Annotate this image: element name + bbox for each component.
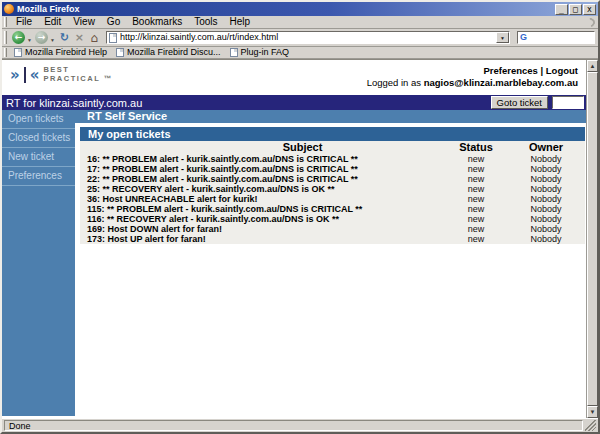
table-row: 17: ** PROBLEM alert - kurik.saintly.com… bbox=[80, 164, 585, 174]
menu-go[interactable]: Go bbox=[101, 16, 126, 28]
page-header: » « BEST PRACTICAL ™ Preferences | Logou… bbox=[2, 60, 586, 95]
ticket-owner: Nobody bbox=[507, 234, 585, 244]
google-search-icon: G bbox=[520, 32, 527, 43]
home-button-icon[interactable]: ⌂ bbox=[88, 31, 101, 45]
maximize-button[interactable]: □ bbox=[569, 4, 582, 15]
url-text[interactable]: http://klinzai.saintly.com.au/rt/index.h… bbox=[120, 32, 496, 43]
table-row: 173: Host UP alert for faran! new Nobody bbox=[80, 234, 585, 244]
page-icon bbox=[109, 33, 117, 43]
bookmark-icon bbox=[14, 48, 22, 57]
toolbar-grippy[interactable] bbox=[4, 31, 7, 45]
back-button-icon[interactable]: ← bbox=[12, 31, 25, 44]
url-dropdown-icon[interactable]: ▼ bbox=[496, 32, 509, 43]
ticket-subject-link[interactable]: 25: ** RECOVERY alert - kurik.saintly.co… bbox=[80, 184, 445, 194]
scroll-down-icon[interactable]: ▼ bbox=[587, 406, 598, 418]
table-row: 115: ** PROBLEM alert - kurik.saintly.co… bbox=[80, 204, 585, 214]
ticket-owner: Nobody bbox=[507, 174, 585, 184]
status-text: Done bbox=[4, 420, 583, 431]
toolbar-grippy[interactable] bbox=[4, 48, 7, 57]
sidebar: Open tickets Closed tickets New ticket P… bbox=[2, 110, 75, 416]
ticket-status: new bbox=[445, 164, 507, 174]
menu-view[interactable]: View bbox=[67, 16, 101, 28]
menu-edit[interactable]: Edit bbox=[38, 16, 67, 28]
preferences-link[interactable]: Preferences bbox=[483, 65, 537, 76]
logo-chevron-left-icon: » bbox=[10, 67, 20, 83]
table-row: 22: ** PROBLEM alert - kurik.saintly.com… bbox=[80, 174, 585, 184]
forward-button-icon[interactable]: → bbox=[35, 31, 48, 44]
menu-tools[interactable]: Tools bbox=[188, 16, 223, 28]
url-bar[interactable]: http://klinzai.saintly.com.au/rt/index.h… bbox=[106, 31, 510, 44]
logo-line2: PRACTICAL ™ bbox=[43, 74, 112, 83]
navigation-toolbar: ← ▼ → ▼ ↻ × ⌂ http://klinzai.saintly.com… bbox=[2, 29, 598, 47]
back-dropdown-icon[interactable]: ▼ bbox=[27, 37, 32, 43]
sidebar-item-new-ticket[interactable]: New ticket bbox=[2, 148, 75, 167]
goto-ticket-input[interactable] bbox=[552, 96, 584, 109]
ticket-status: new bbox=[445, 154, 507, 164]
sidebar-item-closed-tickets[interactable]: Closed tickets bbox=[2, 129, 75, 148]
status-bar: Done bbox=[2, 418, 598, 432]
ticket-status: new bbox=[445, 184, 507, 194]
main-area: RT Self Service My open tickets Subject … bbox=[75, 110, 586, 418]
ticket-owner: Nobody bbox=[507, 224, 585, 234]
minimize-button[interactable]: _ bbox=[555, 4, 568, 15]
bookmark-item[interactable]: Mozilla Firebird Discu... bbox=[114, 47, 226, 58]
rt-page: » « BEST PRACTICAL ™ Preferences | Logou… bbox=[2, 60, 586, 418]
logo-chevron-right-icon: « bbox=[30, 67, 40, 83]
sidebar-item-preferences[interactable]: Preferences bbox=[2, 167, 75, 186]
sidebar-item-open-tickets[interactable]: Open tickets bbox=[2, 110, 75, 129]
goto-ticket-button[interactable]: Goto ticket bbox=[491, 96, 548, 109]
activity-throbber-icon bbox=[584, 16, 597, 29]
page-title: RT Self Service bbox=[75, 110, 586, 123]
logout-link[interactable]: Logout bbox=[546, 65, 578, 76]
account-links: Preferences | Logout bbox=[367, 65, 578, 77]
menu-file[interactable]: File bbox=[10, 16, 38, 28]
ticket-subject-link[interactable]: 115: ** PROBLEM alert - kurik.saintly.co… bbox=[80, 204, 445, 214]
ticket-status: new bbox=[445, 214, 507, 224]
browser-window: Mozilla Firefox _ □ x File Edit View Go … bbox=[0, 0, 600, 434]
ticket-status: new bbox=[445, 204, 507, 214]
rt-title: RT for klinzai.saintly.com.au bbox=[6, 96, 491, 110]
ticket-status: new bbox=[445, 234, 507, 244]
browser-content: » « BEST PRACTICAL ™ Preferences | Logou… bbox=[2, 59, 598, 418]
firefox-icon bbox=[4, 4, 14, 14]
toolbar-grippy[interactable] bbox=[4, 17, 7, 27]
bookmark-icon bbox=[116, 48, 124, 57]
bookmark-label: Mozilla Firebird Discu... bbox=[127, 47, 221, 58]
table-row: 116: ** RECOVERY alert - kurik.saintly.c… bbox=[80, 214, 585, 224]
section-title: My open tickets bbox=[80, 127, 585, 141]
link-separator: | bbox=[538, 65, 546, 76]
ticket-owner: Nobody bbox=[507, 194, 585, 204]
search-input[interactable]: G bbox=[517, 31, 595, 44]
menu-help[interactable]: Help bbox=[224, 16, 257, 28]
ticket-status: new bbox=[445, 174, 507, 184]
scroll-up-icon[interactable]: ▲ bbox=[587, 60, 598, 72]
ticket-owner: Nobody bbox=[507, 154, 585, 164]
ticket-subject-link[interactable]: 17: ** PROBLEM alert - kurik.saintly.com… bbox=[80, 164, 445, 174]
scrollbar-thumb[interactable] bbox=[587, 72, 598, 406]
stop-button-icon[interactable]: × bbox=[73, 31, 86, 45]
menu-bookmarks[interactable]: Bookmarks bbox=[126, 16, 188, 28]
forward-dropdown-icon[interactable]: ▼ bbox=[50, 37, 55, 43]
ticket-subject-link[interactable]: 22: ** PROBLEM alert - kurik.saintly.com… bbox=[80, 174, 445, 184]
logo-bar-icon bbox=[24, 67, 26, 83]
ticket-subject-link[interactable]: 36: Host UNREACHABLE alert for kurik! bbox=[80, 194, 445, 204]
menu-bar: File Edit View Go Bookmarks Tools Help bbox=[2, 16, 598, 29]
ticket-subject-link[interactable]: 169: Host DOWN alert for faran! bbox=[80, 224, 445, 234]
bookmark-label: Plug-in FAQ bbox=[241, 47, 290, 58]
ticket-subject-link[interactable]: 16: ** PROBLEM alert - kurik.saintly.com… bbox=[80, 154, 445, 164]
ticket-status: new bbox=[445, 224, 507, 234]
ticket-subject-link[interactable]: 116: ** RECOVERY alert - kurik.saintly.c… bbox=[80, 214, 445, 224]
tickets-table: Subject Status Owner 16: ** PROBLEM aler… bbox=[80, 141, 585, 244]
reload-button-icon[interactable]: ↻ bbox=[58, 31, 71, 45]
ticket-owner: Nobody bbox=[507, 204, 585, 214]
vertical-scrollbar[interactable]: ▲ ▼ bbox=[586, 60, 598, 418]
logo-text: BEST PRACTICAL ™ bbox=[43, 66, 112, 83]
ticket-subject-link[interactable]: 173: Host UP alert for faran! bbox=[80, 234, 445, 244]
resize-grip[interactable] bbox=[585, 420, 596, 431]
close-button[interactable]: x bbox=[583, 4, 596, 15]
ticket-owner: Nobody bbox=[507, 214, 585, 224]
page-body: Open tickets Closed tickets New ticket P… bbox=[2, 110, 586, 418]
bookmark-item[interactable]: Plug-in FAQ bbox=[228, 47, 295, 58]
window-title: Mozilla Firefox bbox=[17, 3, 555, 15]
bookmark-item[interactable]: Mozilla Firebird Help bbox=[12, 47, 112, 58]
